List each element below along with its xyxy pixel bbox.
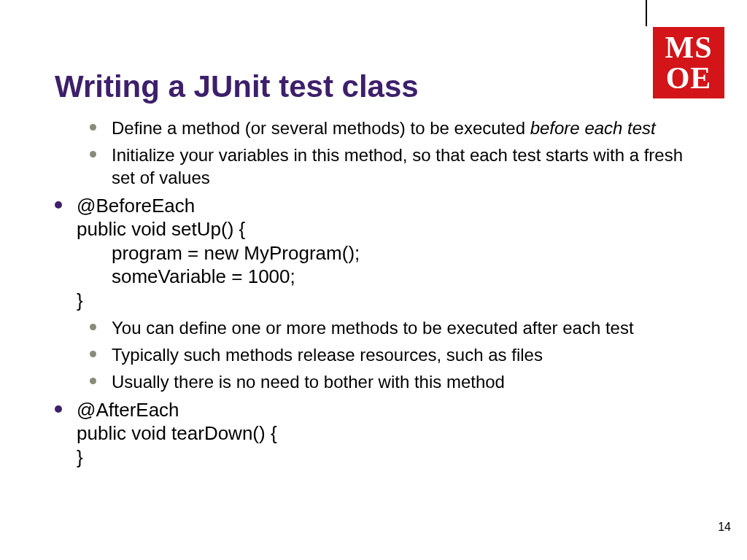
bullet: You can define one or more methods to be…: [90, 316, 697, 339]
top-divider: [646, 0, 647, 26]
code-bullet: @BeforeEach public void setUp() { progra…: [55, 194, 697, 313]
bullet-text: Define a method (or several methods) to …: [112, 118, 530, 138]
code-line: @BeforeEach: [77, 195, 195, 217]
bullet: Define a method (or several methods) to …: [90, 117, 697, 139]
bullet: Usually there is no need to bother with …: [90, 370, 697, 393]
code-line: public void setUp() {: [77, 218, 245, 240]
code-line: }: [77, 446, 83, 468]
logo-letter: O: [666, 63, 691, 93]
code-line: program = new MyProgram();: [77, 241, 697, 265]
code-line: someVariable = 1000;: [77, 265, 697, 289]
page-number: 14: [718, 521, 731, 534]
msoe-logo: M S O E: [652, 26, 725, 99]
logo-letter: M: [665, 32, 694, 63]
bullet: Typically such methods release resources…: [90, 343, 697, 366]
slide-body: Define a method (or several methods) to …: [55, 117, 697, 473]
slide-title: Writing a JUnit test class: [55, 69, 419, 104]
code-bullet: @AfterEach public void tearDown() { }: [55, 398, 697, 470]
code-line: }: [77, 289, 83, 311]
code-line: @AfterEach: [77, 399, 179, 421]
logo-letter: E: [690, 63, 711, 93]
code-line: public void tearDown() {: [77, 422, 277, 444]
slide: M S O E Writing a JUnit test class Defin…: [0, 0, 747, 560]
bullet: Initialize your variables in this method…: [90, 144, 697, 189]
logo-letter: S: [694, 32, 712, 63]
bullet-emph: before each test: [530, 118, 656, 138]
